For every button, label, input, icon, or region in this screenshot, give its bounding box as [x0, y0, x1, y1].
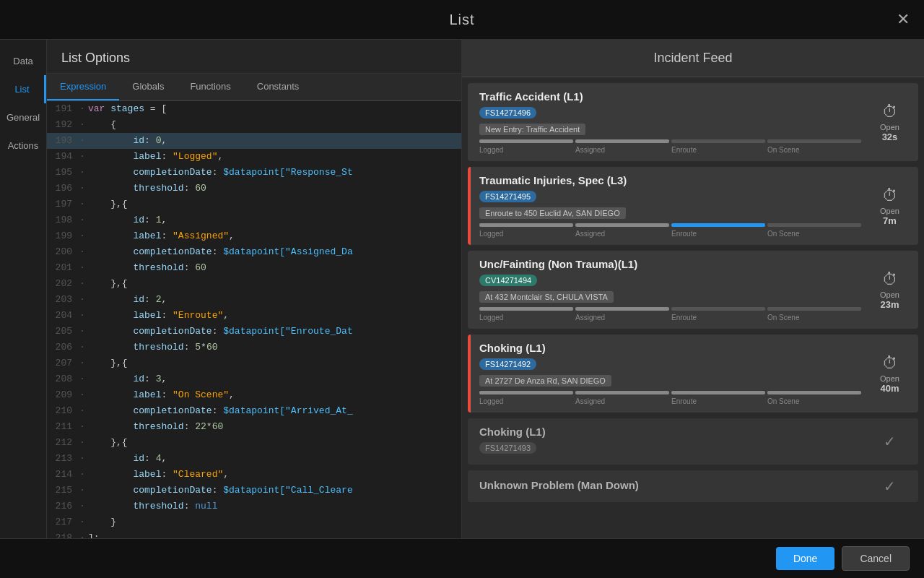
incident-id-badge: CV14271494 [479, 275, 537, 286]
code-line: 214 · label: "Cleared", [47, 467, 461, 483]
open-time: 32s [882, 131, 898, 142]
seg-onscene [767, 391, 861, 394]
code-line: 205 · completionDate: $datapoint["Enrout… [47, 324, 461, 340]
open-label: Open [880, 123, 899, 131]
open-time: 23m [880, 299, 899, 310]
list-options-title: List Options [47, 40, 461, 74]
open-time: 7m [883, 215, 897, 226]
stage-labels: Logged Assigned Enroute On Scene [479, 230, 861, 238]
code-line: 200 · completionDate: $datapoint["Assign… [47, 244, 461, 260]
sidebar-nav: Data List General Actions [0, 40, 47, 578]
incident-status: Enroute to 450 Euclid Av, SAN DIEGO [479, 207, 626, 219]
code-line: 196 · threshold: 60 [47, 181, 461, 197]
sidebar-item-general[interactable]: General [0, 103, 46, 131]
tab-functions[interactable]: Functions [177, 74, 243, 100]
code-line: 191 · var stages = [ [47, 101, 461, 117]
incident-status: New Entry: Traffic Accident [479, 124, 585, 135]
code-editor[interactable]: 191 · var stages = [ 192 · { 193 · id: 0… [47, 101, 461, 578]
incident-status: At 2727 De Anza Rd, SAN DIEGO [479, 375, 611, 387]
incident-id-badge: FS14271493 [479, 442, 536, 454]
seg-onscene [767, 139, 861, 143]
progress-bar [479, 307, 861, 311]
list-options-panel: List Options Expression Globals Function… [47, 40, 462, 578]
page-title: List [449, 12, 474, 28]
incident-title: Choking (L1) [479, 342, 861, 354]
code-line: 208 · id: 3, [47, 371, 461, 387]
seg-logged [479, 223, 573, 227]
code-line: 198 · id: 1, [47, 212, 461, 228]
code-line: 216 · threshold: null [47, 499, 461, 514]
clock-icon: ⏱ [882, 270, 898, 289]
bottom-bar: Done Cancel [0, 538, 924, 578]
seg-assigned [575, 391, 669, 394]
seg-enroute [671, 307, 765, 311]
incident-id-badge: FS14271495 [479, 191, 536, 202]
incident-right: ⏱ Open 32s [870, 103, 910, 142]
incident-left: Traffic Accident (L1) FS14271496 New Ent… [479, 90, 861, 154]
incident-title: Unc/Fainting (Non Trauma)(L1) [479, 258, 861, 270]
incident-card[interactable]: Unknown Problem (Man Down) ✓ [468, 470, 918, 502]
incident-feed-panel: Incident Feed Traffic Accident (L1) FS14… [462, 40, 924, 578]
seg-logged [479, 139, 573, 143]
stage-labels: Logged Assigned Enroute On Scene [479, 146, 861, 154]
code-line: 201 · threshold: 60 [47, 260, 461, 276]
tab-constants[interactable]: Constants [244, 74, 313, 100]
code-line: 211 · threshold: 22*60 [47, 419, 461, 435]
open-label: Open [880, 374, 899, 383]
seg-assigned [575, 139, 669, 143]
checkmark-icon: ✓ [884, 433, 896, 450]
open-label: Open [880, 207, 899, 215]
clock-icon: ⏱ [882, 354, 898, 373]
incident-title: Unknown Problem (Man Down) [479, 479, 861, 491]
code-line: 215 · completionDate: $datapoint["Call_C… [47, 483, 461, 499]
code-line: 213 · id: 4, [47, 451, 461, 467]
incident-right: ✓ [870, 433, 910, 450]
code-line: 199 · label: "Assigned", [47, 228, 461, 244]
incident-card[interactable]: Traffic Accident (L1) FS14271496 New Ent… [468, 83, 918, 161]
sidebar-item-actions[interactable]: Actions [0, 131, 46, 160]
seg-assigned [575, 223, 669, 227]
incident-card[interactable]: Traumatic Injuries, Spec (L3) FS14271495… [468, 167, 918, 245]
progress-bar [479, 139, 861, 143]
seg-enroute [671, 223, 765, 227]
incident-feed-title: Incident Feed [462, 40, 924, 77]
stage-labels: Logged Assigned Enroute On Scene [479, 397, 861, 405]
code-line: 203 · id: 2, [47, 292, 461, 308]
code-line: 210 · completionDate: $datapoint["Arrive… [47, 403, 461, 419]
done-button[interactable]: Done [776, 547, 834, 570]
code-line: 207 · },{ [47, 355, 461, 371]
incident-right: ✓ [870, 478, 910, 495]
tab-globals[interactable]: Globals [119, 74, 177, 100]
code-line: 202 · },{ [47, 276, 461, 292]
incident-right: ⏱ Open 7m [870, 186, 910, 226]
incident-list[interactable]: Traffic Accident (L1) FS14271496 New Ent… [462, 77, 924, 578]
seg-logged [479, 307, 573, 311]
close-button[interactable]: ✕ [897, 10, 910, 29]
code-line: 193 · id: 0, [47, 133, 461, 149]
incident-left: Unc/Fainting (Non Trauma)(L1) CV14271494… [479, 258, 861, 322]
clock-icon: ⏱ [882, 103, 898, 121]
incident-title: Choking (L1) [479, 426, 861, 438]
sidebar-item-data[interactable]: Data [0, 47, 46, 75]
incident-card[interactable]: Unc/Fainting (Non Trauma)(L1) CV14271494… [468, 251, 918, 329]
seg-logged [479, 391, 573, 394]
incident-card[interactable]: Choking (L1) FS14271493 ✓ [468, 418, 918, 465]
main-layout: Data List General Actions List Options E… [0, 40, 924, 578]
sidebar-item-list[interactable]: List [0, 75, 46, 103]
seg-onscene [767, 307, 861, 311]
incident-left: Unknown Problem (Man Down) [479, 479, 861, 494]
progress-bar [479, 223, 861, 227]
code-line: 217 · } [47, 514, 461, 530]
incident-card[interactable]: Choking (L1) FS14271492 At 2727 De Anza … [468, 335, 918, 413]
incident-id-badge: FS14271492 [479, 358, 536, 370]
incident-status: At 432 Montclair St, CHULA VISTA [479, 291, 614, 303]
seg-enroute [671, 391, 765, 394]
tab-expression[interactable]: Expression [47, 74, 119, 100]
cancel-button[interactable]: Cancel [842, 546, 910, 571]
code-line: 195 · completionDate: $datapoint["Respon… [47, 165, 461, 181]
checkmark-icon: ✓ [884, 478, 896, 495]
code-line: 209 · label: "On Scene", [47, 387, 461, 403]
incident-right: ⏱ Open 40m [870, 354, 910, 394]
incident-left: Choking (L1) FS14271492 At 2727 De Anza … [479, 342, 861, 405]
seg-enroute [671, 139, 765, 143]
